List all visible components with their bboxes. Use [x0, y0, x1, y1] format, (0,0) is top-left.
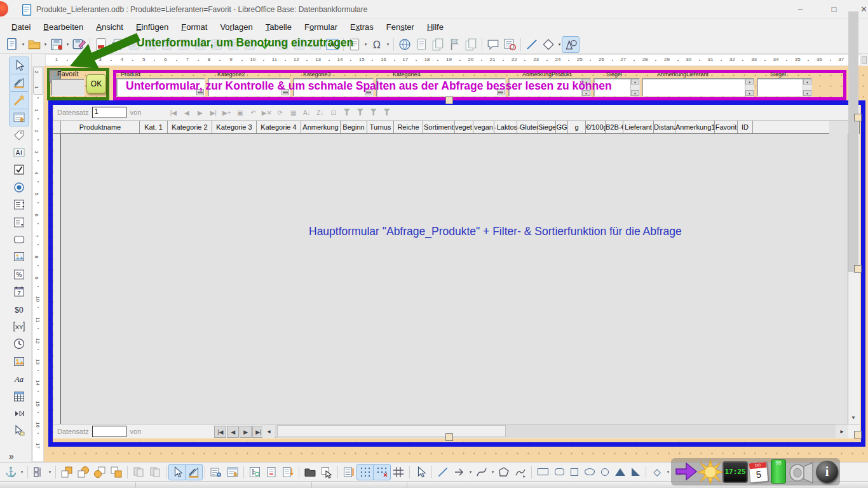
rectangle-icon[interactable]: [538, 468, 548, 475]
label-field-tool[interactable]: [10, 127, 29, 144]
sort-icon[interactable]: ⊡: [327, 109, 340, 116]
form-properties-tool[interactable]: [10, 109, 29, 126]
new-document-icon[interactable]: [4, 37, 20, 52]
display-grid-icon[interactable]: [357, 464, 374, 480]
align-icon[interactable]: [31, 464, 47, 480]
date-field-tool[interactable]: 7: [10, 283, 29, 300]
horizontal-scroll-thumb[interactable]: [277, 425, 506, 437]
anchor-dropdown[interactable]: ▾: [19, 464, 25, 480]
open-in-design-mode-icon[interactable]: [302, 464, 318, 480]
control-wizards-tool[interactable]: [10, 92, 29, 109]
image-button-tool[interactable]: [10, 248, 29, 265]
select-tool[interactable]: [10, 57, 29, 74]
tray-clock-icon[interactable]: 17:25: [722, 461, 748, 483]
special-character-dropdown[interactable]: ▾: [385, 37, 391, 52]
menu-vorlagen[interactable]: Vorlagen: [214, 19, 259, 35]
vertical-ruler[interactable]: 211234567891011121314151617: [32, 66, 44, 462]
field-scrollbar[interactable]: ▲▼: [803, 79, 811, 96]
insert-doc-dropdown[interactable]: ▾: [363, 37, 369, 52]
option-button-tool[interactable]: [10, 179, 29, 196]
menu-ansicht[interactable]: Ansicht: [90, 19, 130, 35]
list-box-tool[interactable]: [10, 196, 29, 213]
tray-arrow-icon[interactable]: [675, 461, 698, 482]
freeform-icon[interactable]: [512, 464, 529, 480]
special-character-icon[interactable]: Ω: [369, 37, 385, 52]
select-icon[interactable]: [169, 464, 186, 480]
tab-order-icon[interactable]: [341, 464, 357, 480]
design-mode-tool[interactable]: [10, 74, 29, 91]
column-header-distanz[interactable]: Distanz: [654, 121, 675, 134]
column-header-vegan[interactable]: vegan: [473, 121, 494, 134]
selection-handle-topright[interactable]: [854, 114, 862, 121]
design-mode-icon[interactable]: [186, 464, 202, 480]
hyperlink-icon[interactable]: [397, 37, 413, 52]
tray-info-icon[interactable]: i: [816, 461, 838, 483]
column-header--100g[interactable]: €/100g: [586, 121, 606, 134]
minimize-button[interactable]: –: [786, 0, 815, 19]
menu-datei[interactable]: Datei: [5, 19, 37, 35]
save-dropdown[interactable]: ▾: [65, 37, 71, 52]
snap-to-grid-icon[interactable]: [374, 464, 390, 480]
square-icon[interactable]: [571, 468, 578, 476]
first-record-bottom-button[interactable]: |◀: [214, 426, 226, 438]
next-record-bottom-button[interactable]: ▶: [240, 426, 252, 438]
selection-handle-bottom[interactable]: [445, 433, 453, 441]
text-control-tool[interactable]: Aa: [10, 370, 29, 387]
field-scroll-up[interactable]: ▲: [745, 79, 754, 85]
circle-icon[interactable]: [601, 468, 609, 476]
arrow-dropdown[interactable]: ▾: [468, 464, 473, 480]
rounded-rectangle-icon[interactable]: [555, 468, 564, 475]
delete-record-icon[interactable]: ▶✕: [260, 109, 273, 116]
open-icon[interactable]: [26, 37, 43, 52]
selection-handle-right[interactable]: [854, 265, 862, 273]
new-document-dropdown[interactable]: ▾: [20, 37, 26, 52]
control-properties-icon[interactable]: [208, 464, 224, 480]
pattern-field-tool[interactable]: XY: [10, 318, 29, 335]
previous-record-bottom-button[interactable]: ◀: [227, 426, 239, 438]
column-header-kategorie-3[interactable]: Kategorie 3: [212, 121, 257, 134]
copy-page-icon[interactable]: [430, 37, 446, 52]
add-field-icon[interactable]: [263, 464, 280, 480]
column-header-favorit[interactable]: Favorit: [715, 121, 738, 134]
menu-hilfe[interactable]: Hilfe: [421, 19, 450, 35]
vertical-scroll-thumb[interactable]: [848, 11, 858, 272]
polygon-icon[interactable]: [496, 464, 512, 480]
export-pdf-icon[interactable]: [93, 37, 109, 52]
column-header--laktose[interactable]: -Laktose: [494, 121, 517, 134]
ungroup-icon[interactable]: [147, 464, 163, 480]
column-header-veget-[interactable]: veget.: [455, 121, 473, 134]
field-scrollbar[interactable]: ▲▼: [630, 79, 639, 96]
field-scrollbar[interactable]: ▲▼: [745, 79, 754, 96]
sort-descending-icon[interactable]: Z↓: [313, 109, 327, 116]
formatted-field-tool[interactable]: %: [10, 266, 29, 283]
save-icon[interactable]: [48, 37, 65, 52]
send-to-back-icon[interactable]: [108, 464, 125, 480]
selection-handle-top[interactable]: [445, 97, 453, 104]
insert-line-icon[interactable]: [524, 37, 540, 52]
column-header-b2b-[interactable]: B2B-€: [606, 121, 623, 134]
more-controls-tool[interactable]: [10, 423, 29, 439]
basic-shapes-dropdown[interactable]: ▾: [665, 464, 671, 480]
maximize-button[interactable]: □: [820, 0, 848, 19]
send-backward-icon[interactable]: [92, 464, 108, 480]
automatic-control-focus-icon[interactable]: [318, 464, 335, 480]
column-header-kategorie-2[interactable]: Kategorie 2: [168, 121, 212, 134]
print-icon[interactable]: [109, 37, 126, 52]
field-scroll-down[interactable]: ▼: [803, 90, 811, 96]
activation-order-icon[interactable]: [280, 464, 296, 480]
header-footer-icon[interactable]: [413, 37, 430, 52]
tray-sun-icon[interactable]: [698, 460, 723, 484]
form-control-properties-icon[interactable]: [501, 37, 518, 52]
save-as-icon[interactable]: [71, 37, 87, 52]
menu-fenster[interactable]: Fenster: [380, 19, 421, 35]
scroll-right-button[interactable]: ▸: [836, 424, 848, 438]
horizontal-ruler[interactable]: 1234567891011121314151617181920212223242…: [45, 54, 861, 66]
line-icon[interactable]: [435, 464, 451, 480]
record-number-input[interactable]: [92, 426, 126, 437]
bring-forward-icon[interactable]: [75, 464, 92, 480]
column-header-anmerkung[interactable]: Anmerkung: [301, 121, 341, 134]
combo-box-tool[interactable]: [10, 214, 29, 231]
tray-calendar-icon[interactable]: DO 5: [749, 461, 769, 483]
group-icon[interactable]: [130, 464, 147, 480]
column-header-g[interactable]: g: [568, 121, 586, 134]
